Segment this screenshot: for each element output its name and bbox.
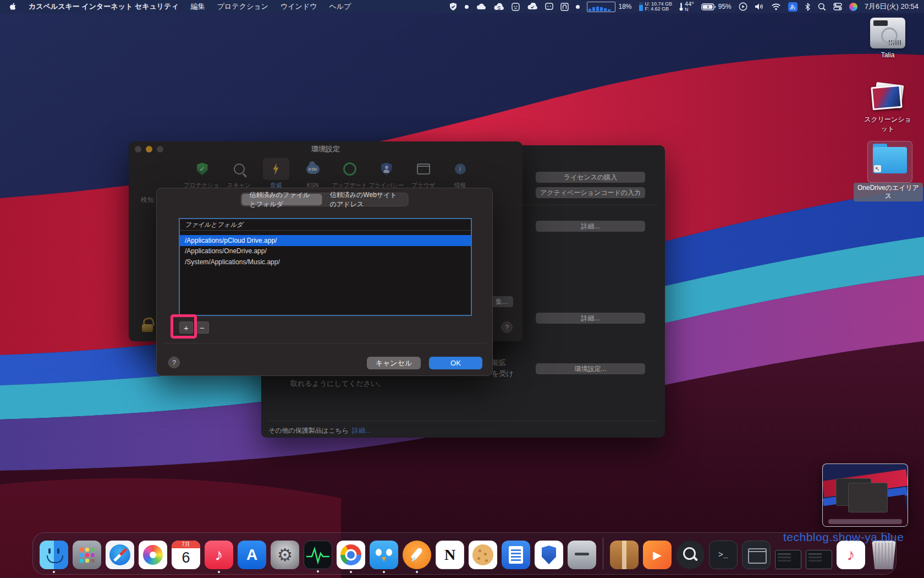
cpu-meter[interactable]: 18% [587, 2, 632, 12]
dock-icon-biscuit[interactable] [469, 541, 497, 569]
memory-text: U: 10.74 GB F: 4.62 GB [645, 2, 673, 12]
list-row[interactable]: /System/Applications/Music.app/ [180, 257, 471, 268]
ecg-line [304, 541, 332, 569]
dock-icon-archive-app[interactable] [568, 541, 596, 569]
dock-icon-system-preferences[interactable]: ⚙ [271, 541, 299, 569]
dock-icon-app-store[interactable]: A [238, 541, 266, 569]
hard-drive-icon [870, 18, 905, 48]
memory-meter[interactable]: U: 10.74 GB F: 4.62 GB [639, 2, 673, 12]
menu-edit[interactable]: 編集 [191, 2, 205, 12]
dock-icon-package-app[interactable] [610, 541, 639, 569]
remove-button[interactable]: − [195, 321, 209, 334]
dock-icon-rocket-app[interactable] [403, 541, 431, 569]
dock-icon-password-shield-app[interactable] [535, 541, 563, 569]
dock-icon-launchpad[interactable] [73, 541, 101, 569]
running-indicator [350, 571, 352, 573]
dock-minimized-window-2[interactable] [806, 550, 832, 569]
menu-help[interactable]: ヘルプ [329, 2, 351, 12]
dock-icon-photos[interactable] [139, 541, 167, 569]
desktop-icon-label: スクリーンショット [861, 115, 914, 134]
sync-cloud-icon[interactable] [493, 2, 504, 12]
dock-icon-window-grid-app[interactable] [742, 541, 771, 569]
dock-icon-finder[interactable] [40, 541, 68, 569]
list-row[interactable]: /Applications/pCloud Drive.app/ [180, 235, 471, 246]
battery-indicator[interactable]: 95% [701, 3, 732, 10]
tab-bar: 信頼済みのファイルとフォルダ 信頼済みのWebサイトのアドレス [241, 193, 409, 206]
menu-app-name[interactable]: カスペルスキー インターネット セキュリティ [29, 2, 179, 12]
menu-protection[interactable]: プロテクション [217, 2, 268, 12]
memory-free: F: 4.62 GB [645, 7, 673, 12]
dock-icon-tweetbot[interactable] [370, 541, 398, 569]
dock-icon-chrome[interactable] [337, 541, 365, 569]
dock-icon-terminal-app[interactable]: >_ [709, 541, 738, 569]
play-glyph: ▶ [653, 548, 661, 561]
dock-icon-calendar[interactable]: 7月 6 [172, 541, 200, 569]
dock-icon-video-app[interactable]: ▶ [643, 541, 672, 569]
app-store-glyph: A [246, 546, 257, 564]
memory-bar [639, 2, 643, 11]
blog-watermark: techblog.show-ya.blue [783, 531, 904, 544]
shield-check-icon[interactable] [449, 2, 458, 12]
dock-icon-music-note-app[interactable]: ♪ [837, 541, 865, 569]
desktop: { "menu_bar": { "app_menus": ["カスペルスキー イ… [0, 0, 924, 578]
app-window-icon[interactable] [560, 2, 569, 12]
desktop-icon-onedrive-alias[interactable]: ↖ [867, 141, 912, 183]
list-row[interactable]: /Applications/OneDrive.app/ [180, 246, 471, 257]
terminal-glyph: >_ [718, 550, 728, 560]
desktop-icon-talia[interactable]: Talia [861, 18, 914, 59]
gear-icon: ⚙ [277, 544, 293, 565]
dock-icon-notion[interactable]: N [436, 541, 464, 569]
dock-icon-music[interactable]: ♪ [205, 541, 233, 569]
cancel-button[interactable]: キャンセル [367, 357, 421, 369]
alias-arrow-icon: ↖ [874, 165, 881, 172]
dock-icon-documents-app[interactable] [502, 541, 530, 569]
screenshot-thumbnail-window[interactable] [822, 464, 908, 527]
temperature-sub: N [685, 7, 694, 12]
menu-window[interactable]: ウインドウ [280, 2, 317, 12]
calendar-month: 7月 [172, 541, 200, 548]
running-indicator [218, 571, 220, 573]
dock-icon-safari[interactable] [106, 541, 134, 569]
help-button[interactable]: ? [168, 357, 180, 368]
ok-button[interactable]: OK [429, 357, 482, 369]
divider [163, 343, 487, 343]
bluetooth-icon[interactable] [805, 2, 811, 12]
desktop-icon-screenshots[interactable]: スクリーンショット [861, 83, 914, 134]
thumb-dock [828, 519, 902, 524]
dock-icon-loupe-app[interactable] [676, 541, 705, 569]
music-note-glyph: ♪ [215, 546, 223, 564]
play-circle-icon[interactable] [739, 2, 747, 12]
app-face-icon[interactable] [512, 2, 520, 12]
spotlight-icon[interactable] [818, 2, 826, 12]
notion-glyph: N [444, 546, 455, 564]
thumb-window [848, 483, 888, 512]
apple-menu[interactable] [8, 2, 16, 12]
battery-percent: 95% [718, 3, 732, 10]
dock-minimized-window-1[interactable] [775, 550, 801, 569]
onedrive-cloud-icon[interactable] [476, 2, 486, 12]
status-dot-icon[interactable] [465, 2, 469, 12]
desktop-icon-label-selected[interactable]: OneDriveのエイリアス [854, 183, 923, 201]
dock: 7月 6 ♪ A ⚙ N ▶ >_ ♪ [32, 532, 897, 575]
colorful-app-icon[interactable] [849, 2, 857, 12]
menu-bar-left: カスペルスキー インターネット セキュリティ 編集 プロテクション ウインドウ … [0, 2, 351, 12]
tab-trusted-files-folders[interactable]: 信頼済みのファイルとフォルダ [242, 194, 322, 205]
status-dot-icon[interactable] [576, 2, 580, 12]
clock[interactable]: 7月6日(火) 20:54 [865, 2, 919, 12]
cloud-check-icon[interactable] [527, 2, 538, 12]
control-center-icon[interactable] [833, 2, 842, 12]
chat-icon[interactable] [545, 2, 553, 12]
menu-bar-right: 18% U: 10.74 GB F: 4.62 GB 44° N 95% [449, 1, 924, 12]
tab-trusted-web-addresses[interactable]: 信頼済みのWebサイトのアドレス [322, 194, 408, 205]
trusted-zone-sheet: 信頼済みのファイルとフォルダ 信頼済みのWebサイトのアドレス ファイルとフォル… [156, 188, 493, 376]
temperature-meter[interactable]: 44° N [679, 1, 694, 12]
music-note-glyph: ♪ [847, 546, 855, 564]
volume-icon[interactable] [755, 2, 764, 12]
cpu-histogram [587, 2, 615, 12]
dock-icon-trash[interactable] [870, 541, 898, 569]
wifi-icon[interactable] [771, 2, 781, 12]
input-source-badge[interactable]: あ [788, 2, 798, 12]
battery-icon [701, 3, 716, 10]
list-column-header[interactable]: ファイルとフォルダ [180, 219, 471, 231]
dock-icon-activity-monitor[interactable] [304, 541, 332, 569]
